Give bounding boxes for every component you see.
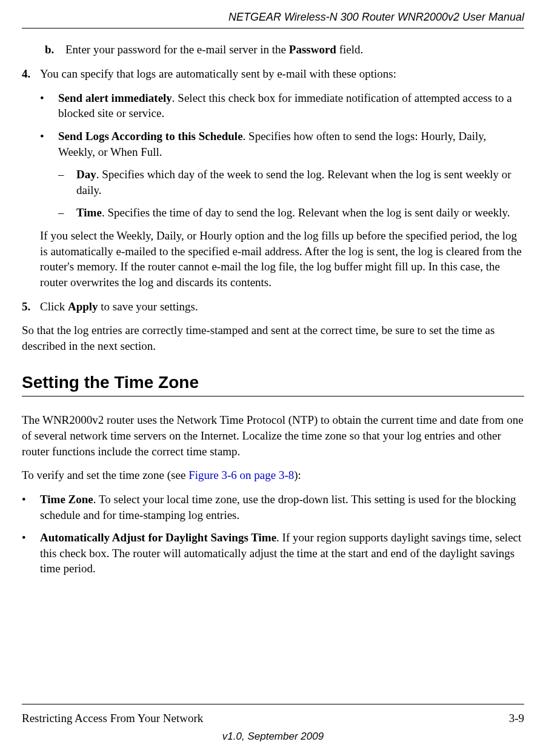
text-bold: Send Logs According to this Schedule <box>58 130 243 142</box>
bullet-send-alert: • Send alert immediately. Select this ch… <box>40 90 524 121</box>
text-run: . Specifies which day of the week to sen… <box>76 168 511 196</box>
bullet-text: Send Logs According to this Schedule. Sp… <box>58 129 524 159</box>
figure-link[interactable]: Figure 3-6 on page 3-8 <box>188 469 294 481</box>
section-title-rule <box>22 396 524 396</box>
dash-time: – Time. Specifies the time of day to sen… <box>58 205 524 221</box>
text-bold: Day <box>76 168 96 181</box>
page-footer: Restricting Access From Your Network 3-9… <box>22 704 524 744</box>
step-5-marker: 5. <box>22 299 40 315</box>
step-5: 5. Click Apply to save your settings. <box>22 299 524 315</box>
step-4-text: You can specify that logs are automatica… <box>40 66 396 82</box>
dash-icon: – <box>58 205 76 221</box>
tz-para-1: The WNR2000v2 router uses the Network Ti… <box>22 412 524 459</box>
running-header: NETGEAR Wireless-N 300 Router WNR2000v2 … <box>22 10 524 28</box>
step-4-followup-para: If you select the Weekly, Daily, or Hour… <box>40 228 524 290</box>
text-bold: Time <box>76 206 102 219</box>
bullet-icon: • <box>40 129 58 159</box>
dash-day: – Day. Specifies which day of the week t… <box>58 167 524 198</box>
bullet-icon: • <box>22 530 40 577</box>
bullet-send-logs-schedule: • Send Logs According to this Schedule. … <box>40 129 524 159</box>
text-run: Enter your password for the e-mail serve… <box>65 43 289 56</box>
step-4-marker: 4. <box>22 66 40 82</box>
footer-section: Restricting Access From Your Network <box>22 711 203 726</box>
section-title-time-zone: Setting the Time Zone <box>22 371 524 394</box>
bullet-text: Time Zone. To select your local time zon… <box>40 492 524 523</box>
dash-text: Day. Specifies which day of the week to … <box>76 167 524 198</box>
text-bold: Time Zone <box>40 493 93 506</box>
text-run: to save your settings. <box>98 300 198 313</box>
step-b-marker: b. <box>45 42 65 58</box>
dash-text: Time. Specifies the time of day to send … <box>76 205 510 221</box>
page: NETGEAR Wireless-N 300 Router WNR2000v2 … <box>0 0 546 756</box>
text-run: ): <box>294 469 301 481</box>
text-run: . Specifies the time of day to send the … <box>102 206 510 219</box>
text-bold: Password <box>289 43 336 56</box>
closing-para: So that the log entries are correctly ti… <box>22 323 524 353</box>
footer-rule <box>22 704 524 704</box>
bullet-icon: • <box>22 492 40 523</box>
footer-row: Restricting Access From Your Network 3-9 <box>22 711 524 726</box>
text-bold: Send alert immediately <box>58 92 172 104</box>
text-run: Click <box>40 300 68 313</box>
text-run: . To select your local time zone, use th… <box>40 493 516 521</box>
tz-para-2: To verify and set the time zone (see Fig… <box>22 467 524 483</box>
content-area: b. Enter your password for the e-mail se… <box>22 42 524 577</box>
bullet-icon: • <box>40 90 58 121</box>
step-b-text: Enter your password for the e-mail serve… <box>65 42 363 58</box>
text-bold: Automatically Adjust for Daylight Saving… <box>40 531 276 544</box>
step-5-text: Click Apply to save your settings. <box>40 299 198 315</box>
step-4: 4. You can specify that logs are automat… <box>22 66 524 82</box>
bullet-text: Automatically Adjust for Daylight Saving… <box>40 530 524 577</box>
bullet-text: Send alert immediately. Select this chec… <box>58 90 524 121</box>
text-run: field. <box>336 43 363 56</box>
footer-page-number: 3-9 <box>509 711 524 726</box>
bullet-auto-dst: • Automatically Adjust for Daylight Savi… <box>22 530 524 577</box>
bullet-time-zone: • Time Zone. To select your local time z… <box>22 492 524 523</box>
text-run: To verify and set the time zone (see <box>22 469 188 481</box>
step-b: b. Enter your password for the e-mail se… <box>45 42 524 58</box>
text-bold: Apply <box>68 300 98 313</box>
dash-icon: – <box>58 167 76 198</box>
footer-version: v1.0, September 2009 <box>22 730 524 744</box>
